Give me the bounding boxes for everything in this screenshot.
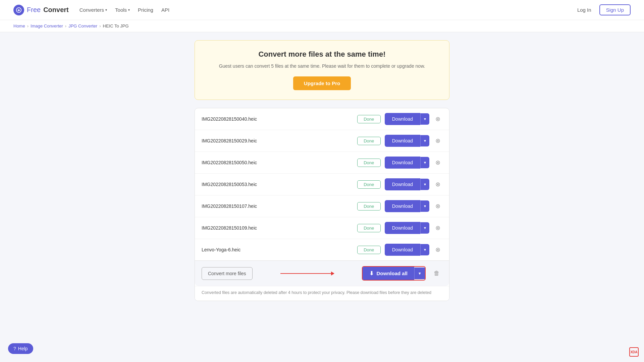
navbar: FreeConvert Converters ▾ Tools ▾ Pricing… [0, 0, 644, 20]
breadcrumb-image-converter[interactable]: Image Converter [31, 23, 63, 28]
chevron-down-icon: ▾ [424, 226, 426, 230]
close-button[interactable]: ⊗ [433, 179, 442, 190]
download-group: Download ▾ [385, 200, 429, 212]
footer-row: Convert more files ⬇ Download all ▾ 🗑 [195, 260, 449, 286]
upgrade-banner: Convert more files at the same time! Gue… [195, 40, 449, 100]
breadcrumb-sep-3: › [99, 23, 101, 28]
breadcrumb-home[interactable]: Home [13, 23, 25, 28]
download-chevron-button[interactable]: ▾ [420, 200, 429, 212]
close-button[interactable]: ⊗ [433, 244, 442, 255]
main-content: Convert more files at the same time! Gue… [188, 32, 456, 321]
close-icon: ⊗ [435, 246, 440, 253]
trash-button[interactable]: 🗑 [431, 267, 442, 280]
breadcrumb: Home › Image Converter › JPG Converter ›… [0, 20, 644, 32]
logo-convert: Convert [43, 6, 69, 14]
close-button[interactable]: ⊗ [433, 222, 442, 234]
nav-pricing[interactable]: Pricing [138, 7, 153, 13]
upgrade-banner-description: Guest users can convert 5 files at the s… [208, 63, 436, 70]
table-row: Lenvo-Yoga-6.heic Done Download ▾ ⊗ [195, 239, 449, 260]
breadcrumb-sep-1: › [27, 23, 29, 28]
close-icon: ⊗ [435, 224, 440, 232]
file-name: IMG20220828150029.heic [202, 138, 353, 143]
logo-free: Free [27, 6, 41, 14]
close-icon: ⊗ [435, 181, 440, 188]
close-icon: ⊗ [435, 202, 440, 210]
download-button[interactable]: Download [385, 222, 420, 234]
file-name: IMG20220828150107.heic [202, 203, 353, 209]
file-name: IMG20220828150050.heic [202, 160, 353, 165]
status-badge: Done [357, 115, 381, 123]
download-group: Download ▾ [385, 157, 429, 169]
breadcrumb-sep-2: › [65, 23, 66, 28]
navbar-right: Log In Sign Up [573, 4, 631, 15]
close-icon: ⊗ [435, 137, 440, 144]
download-all-chevron-button[interactable]: ▾ [414, 267, 425, 279]
download-chevron-button[interactable]: ▾ [420, 135, 429, 146]
arrow-icon [280, 273, 334, 274]
download-button[interactable]: Download [385, 157, 420, 169]
download-chevron-button[interactable]: ▾ [420, 244, 429, 255]
chevron-down-icon: ▾ [424, 160, 426, 165]
download-chevron-button[interactable]: ▾ [420, 113, 429, 125]
breadcrumb-jpg-converter[interactable]: JPG Converter [68, 23, 97, 28]
download-group: Download ▾ [385, 135, 429, 147]
status-badge: Done [357, 202, 381, 210]
table-row: IMG20220828150040.heic Done Download ▾ ⊗ [195, 108, 449, 130]
close-icon: ⊗ [435, 115, 440, 123]
file-name: IMG20220828150109.heic [202, 225, 353, 231]
download-button[interactable]: Download [385, 135, 420, 147]
nav-tools[interactable]: Tools ▾ [115, 7, 130, 13]
disclaimer: Converted files are automatically delete… [195, 286, 449, 301]
chevron-down-icon: ▾ [419, 271, 421, 276]
table-row: IMG20220828150053.heic Done Download ▾ ⊗ [195, 174, 449, 195]
download-group: Download ▾ [385, 178, 429, 190]
nav-links: Converters ▾ Tools ▾ Pricing API [79, 7, 169, 13]
chevron-down-icon: ▾ [424, 247, 426, 252]
download-button[interactable]: Download [385, 200, 420, 212]
status-badge: Done [357, 224, 381, 232]
navbar-left: FreeConvert Converters ▾ Tools ▾ Pricing… [13, 5, 169, 15]
download-chevron-button[interactable]: ▾ [420, 179, 429, 190]
status-badge: Done [357, 159, 381, 167]
download-group: Download ▾ [385, 113, 429, 125]
close-button[interactable]: ⊗ [433, 113, 442, 125]
file-name: IMG20220828150040.heic [202, 116, 353, 122]
download-group: Download ▾ [385, 244, 429, 256]
nav-converters[interactable]: Converters ▾ [79, 7, 107, 13]
table-row: IMG20220828150050.heic Done Download ▾ ⊗ [195, 152, 449, 174]
download-group: Download ▾ [385, 222, 429, 234]
chevron-down-icon: ▾ [424, 204, 426, 208]
close-button[interactable]: ⊗ [433, 135, 442, 146]
table-row: IMG20220828150029.heic Done Download ▾ ⊗ [195, 130, 449, 152]
download-chevron-button[interactable]: ▾ [420, 157, 429, 168]
close-button[interactable]: ⊗ [433, 157, 442, 168]
login-button[interactable]: Log In [573, 5, 595, 15]
chevron-down-icon: ▾ [128, 8, 130, 12]
table-row: IMG20220828150107.heic Done Download ▾ ⊗ [195, 195, 449, 217]
status-badge: Done [357, 180, 381, 189]
close-button[interactable]: ⊗ [433, 200, 442, 212]
file-name: Lenvo-Yoga-6.heic [202, 247, 353, 252]
chevron-down-icon: ▾ [424, 138, 426, 143]
trash-icon: 🗑 [434, 270, 440, 277]
chevron-down-icon: ▾ [424, 182, 426, 187]
download-icon: ⬇ [369, 270, 374, 277]
close-icon: ⊗ [435, 159, 440, 166]
file-name: IMG20220828150053.heic [202, 182, 353, 187]
nav-api[interactable]: API [161, 7, 169, 13]
breadcrumb-current: HEIC To JPG [103, 23, 129, 28]
download-button[interactable]: Download [385, 113, 420, 125]
file-list: IMG20220828150040.heic Done Download ▾ ⊗… [195, 108, 449, 301]
upgrade-button[interactable]: Upgrade to Pro [293, 76, 351, 90]
signup-button[interactable]: Sign Up [599, 4, 631, 15]
chevron-down-icon: ▾ [424, 117, 426, 121]
download-all-button[interactable]: ⬇ Download all [363, 267, 414, 280]
download-button[interactable]: Download [385, 244, 420, 256]
download-button[interactable]: Download [385, 178, 420, 190]
download-all-group: ⬇ Download all ▾ [362, 266, 426, 281]
logo[interactable]: FreeConvert [13, 5, 69, 15]
upgrade-banner-title: Convert more files at the same time! [208, 50, 436, 59]
download-chevron-button[interactable]: ▾ [420, 222, 429, 234]
convert-more-button[interactable]: Convert more files [202, 267, 253, 280]
arrow-spacer [258, 273, 357, 274]
